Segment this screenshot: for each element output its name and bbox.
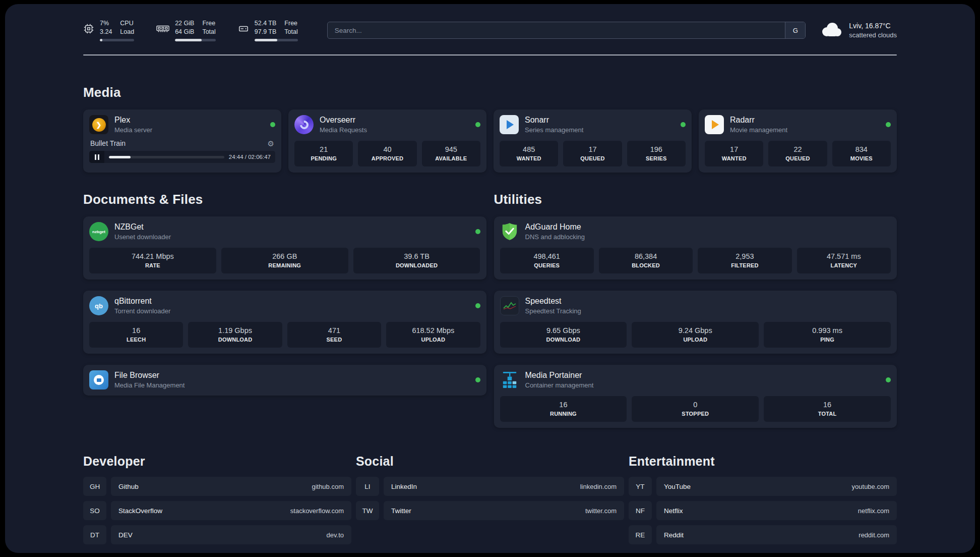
app-card-plex[interactable]: ❯ Plex Media server Bullet Train ⚙ 24:44… <box>83 109 281 173</box>
stat-filtered: 2,953FILTERED <box>698 248 791 273</box>
stat-seed: 471SEED <box>287 322 381 348</box>
status-dot <box>886 122 891 127</box>
bookmark-link: LinkedIn linkedin.com <box>384 477 624 496</box>
bookmark-name: LinkedIn <box>391 483 417 490</box>
ram-usage-bar <box>175 39 216 41</box>
stat-label: AVAILABLE <box>424 155 478 161</box>
player-settings-icon[interactable]: ⚙ <box>268 140 274 147</box>
bookmark-stackoverflow[interactable]: SO StackOverflow stackoverflow.com <box>83 501 351 520</box>
stat-movies: 834MOVIES <box>832 141 891 166</box>
stat-label: REMAINING <box>223 262 346 268</box>
adguard-icon <box>500 222 519 241</box>
radarr-icon <box>705 115 724 134</box>
playback-time: 24:44 / 02:06:47 <box>229 154 271 160</box>
app-card-portainer[interactable]: Media Portainer Container management 16R… <box>494 365 897 428</box>
app-card-speedtest[interactable]: Speedtest Speedtest Tracking 9.65 GbpsDO… <box>494 291 897 354</box>
bookmark-group-developer: Developer GH Github github.com SO StackO… <box>83 454 351 549</box>
plex-icon: ❯ <box>89 115 108 134</box>
app-subtitle: Speedtest Tracking <box>525 307 581 315</box>
cpu-widget: 7% 3.24 CPU Load <box>83 19 134 41</box>
bookmark-name: Netflix <box>664 507 683 515</box>
bookmark-name: StackOverflow <box>118 507 162 515</box>
section-heading-social: Social <box>356 454 624 469</box>
bookmark-link: Twitter twitter.com <box>384 501 624 520</box>
disk-widget: 52.4 TB 97.9 TB Free Total <box>238 19 298 41</box>
bookmark-netflix[interactable]: NF Netflix netflix.com <box>629 501 897 520</box>
stat-label: LEECH <box>91 337 181 343</box>
stat-value: 471 <box>289 326 379 335</box>
ram-icon <box>156 23 169 34</box>
stat-label: MOVIES <box>834 155 889 161</box>
bookmark-url: netflix.com <box>858 507 889 515</box>
cpu-usage-bar <box>100 39 134 41</box>
ram-free-value: 22 GiB <box>175 19 194 28</box>
stat-value: 21 <box>296 145 351 153</box>
stat-value: 47.571 ms <box>799 252 889 260</box>
stat-value: 196 <box>629 145 684 153</box>
section-heading-documents: Documents & Files <box>83 192 486 207</box>
weather-location: Lviv, 16.87°C <box>849 22 897 30</box>
stat-label: WANTED <box>502 155 556 161</box>
app-title: Radarr <box>730 116 787 125</box>
media-grid: ❯ Plex Media server Bullet Train ⚙ 24:44… <box>83 109 897 173</box>
stat-download: 1.19 GbpsDOWNLOAD <box>188 322 282 348</box>
cpu-usage-fill <box>100 39 102 41</box>
ram-total-value: 64 GiB <box>175 28 194 36</box>
pause-button[interactable] <box>89 151 104 163</box>
documents-column: Documents & Files nzbget NZBGet Usenet d… <box>83 192 486 396</box>
dashboard-panel: 7% 3.24 CPU Load 22 GiB <box>5 4 975 553</box>
bookmark-linkedin[interactable]: LI LinkedIn linkedin.com <box>356 477 624 496</box>
stat-label: SEED <box>289 337 379 343</box>
app-title: File Browser <box>114 371 185 380</box>
app-card-radarr[interactable]: Radarr Movie management 17WANTED 22QUEUE… <box>699 109 897 173</box>
app-card-filebrowser[interactable]: File Browser Media File Management <box>83 365 486 396</box>
app-card-sonarr[interactable]: Sonarr Series management 485WANTED 17QUE… <box>494 109 692 173</box>
cpu-load-value: 3.24 <box>100 28 112 36</box>
bookmark-abbr: TW <box>356 501 379 520</box>
disk-usage-bar <box>255 39 298 41</box>
playback-progress-bar[interactable] <box>109 156 224 158</box>
qbittorrent-icon: qb <box>89 296 108 315</box>
bookmark-github[interactable]: GH Github github.com <box>83 477 351 496</box>
ram-total-label: Total <box>202 28 215 36</box>
app-subtitle: Usenet downloader <box>114 233 171 241</box>
bookmark-abbr: LI <box>356 477 379 496</box>
bookmark-reddit[interactable]: RE Reddit reddit.com <box>629 525 897 544</box>
stat-queued: 22QUEUED <box>768 141 827 166</box>
stat-queued: 17QUEUED <box>563 141 622 166</box>
nzbget-icon: nzbget <box>89 222 108 241</box>
bookmark-link: DEV dev.to <box>111 525 351 544</box>
stat-label: QUERIES <box>502 262 592 268</box>
bookmark-dev[interactable]: DT DEV dev.to <box>83 525 351 544</box>
bookmark-abbr: NF <box>629 501 652 520</box>
search-input[interactable] <box>328 22 785 38</box>
section-heading-utilities: Utilities <box>494 192 897 207</box>
stat-pending: 21PENDING <box>294 141 353 166</box>
app-subtitle: Media Requests <box>320 126 367 134</box>
stat-value: 17 <box>565 145 620 153</box>
stat-wanted: 17WANTED <box>705 141 763 166</box>
stat-value: 1.19 Gbps <box>190 326 280 335</box>
bookmark-youtube[interactable]: YT YouTube youtube.com <box>629 477 897 496</box>
bookmark-url: linkedin.com <box>580 483 617 490</box>
app-subtitle: Container management <box>525 381 594 389</box>
bookmark-twitter[interactable]: TW Twitter twitter.com <box>356 501 624 520</box>
bookmark-url: github.com <box>312 483 344 490</box>
app-card-overseerr[interactable]: Overseerr Media Requests 21PENDING 40APP… <box>288 109 486 173</box>
stat-label: TOTAL <box>766 411 889 417</box>
stat-label: QUEUED <box>770 155 825 161</box>
disk-usage-fill <box>255 39 278 41</box>
search-engine-button[interactable]: G <box>785 22 805 38</box>
stat-leech: 16LEECH <box>89 322 183 348</box>
app-card-nzbget[interactable]: nzbget NZBGet Usenet downloader 744.21 M… <box>83 216 486 280</box>
app-card-adguard[interactable]: AdGuard Home DNS and adblocking 498,461Q… <box>494 216 897 280</box>
stat-label: LATENCY <box>799 262 889 268</box>
now-playing-title: Bullet Train <box>90 139 126 147</box>
bookmark-name: YouTube <box>664 483 691 490</box>
stat-value: 485 <box>502 145 556 153</box>
app-title: Speedtest <box>525 297 581 306</box>
bookmark-abbr: DT <box>83 525 106 544</box>
app-card-qbittorrent[interactable]: qb qBittorrent Torrent downloader 16LEEC… <box>83 291 486 354</box>
status-dot <box>475 122 480 127</box>
stat-value: 834 <box>834 145 889 153</box>
